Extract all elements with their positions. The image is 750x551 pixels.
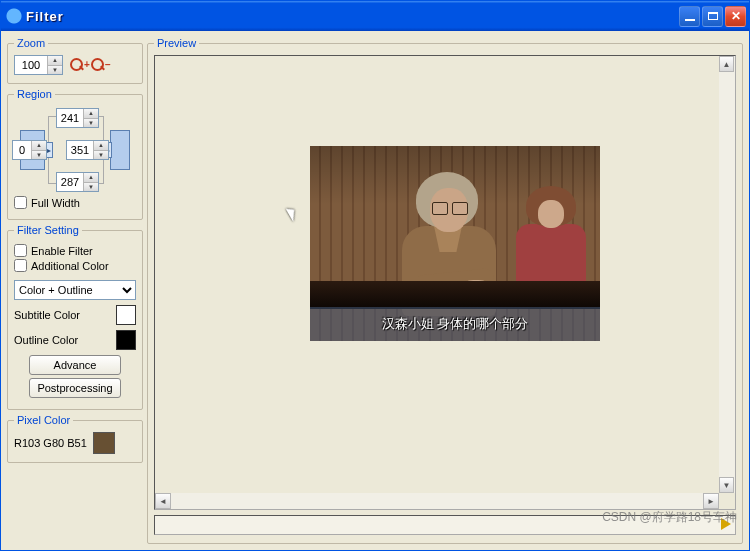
scroll-down-icon[interactable]: ▼	[719, 477, 734, 493]
additional-color-checkbox[interactable]	[14, 259, 27, 272]
close-button[interactable]: ✕	[725, 6, 746, 27]
region-bottom-input[interactable]	[57, 173, 83, 191]
spin-down-icon[interactable]: ▼	[47, 66, 62, 75]
app-icon	[6, 8, 22, 24]
scroll-left-icon[interactable]: ◄	[155, 493, 171, 509]
region-left-input[interactable]	[13, 141, 31, 159]
pixel-color-readout: R103 G80 B51	[14, 437, 87, 449]
enable-filter-label: Enable Filter	[31, 245, 93, 257]
client-area: Zoom ▲▼ + − Region ◂▸ ◂▸	[1, 31, 749, 550]
zoom-input[interactable]	[15, 56, 47, 74]
region-right-spinner[interactable]: ▲▼	[66, 140, 109, 160]
frame-desk	[310, 281, 600, 309]
pixel-color-swatch	[93, 432, 115, 454]
full-width-checkbox-row[interactable]: Full Width	[14, 196, 136, 209]
scroll-up-icon[interactable]: ▲	[719, 56, 734, 72]
preview-group: Preview 汉森小姐	[147, 37, 743, 544]
enable-filter-checkbox[interactable]	[14, 244, 27, 257]
zoom-group: Zoom ▲▼ + −	[7, 37, 143, 84]
region-top-input[interactable]	[57, 109, 83, 127]
vertical-scrollbar[interactable]: ▲ ▼	[719, 56, 735, 493]
outline-color-label: Outline Color	[14, 334, 78, 346]
region-left-spinner[interactable]: ▲▼	[12, 140, 47, 160]
region-visualizer[interactable]: ◂▸ ◂▸ ▲▼ ▲▼	[14, 110, 136, 190]
region-group: Region ◂▸ ◂▸ ▲▼	[7, 88, 143, 220]
preview-legend: Preview	[154, 37, 199, 49]
subtitle-color-label: Subtitle Color	[14, 309, 80, 321]
filter-setting-legend: Filter Setting	[14, 224, 82, 236]
subtitle-text: 汉森小姐 身体的哪个部分	[382, 315, 529, 333]
filter-mode-select[interactable]: Color + Outline	[14, 280, 136, 300]
zoom-legend: Zoom	[14, 37, 48, 49]
region-right-pad	[110, 130, 130, 170]
advance-button[interactable]: Advance	[29, 355, 121, 375]
minimize-button[interactable]	[679, 6, 700, 27]
scroll-right-icon[interactable]: ►	[703, 493, 719, 509]
titlebar[interactable]: Filter ✕	[1, 1, 749, 31]
region-right-input[interactable]	[67, 141, 93, 159]
full-width-checkbox[interactable]	[14, 196, 27, 209]
maximize-button[interactable]	[702, 6, 723, 27]
region-legend: Region	[14, 88, 55, 100]
postprocessing-button[interactable]: Postprocessing	[29, 378, 121, 398]
video-frame: 汉森小姐 身体的哪个部分	[310, 146, 600, 341]
window-title: Filter	[26, 9, 679, 24]
region-top-spinner[interactable]: ▲▼	[56, 108, 99, 128]
window-frame: Filter ✕ Zoom ▲▼ + − Region	[0, 0, 750, 551]
subtitle-color-swatch[interactable]	[116, 305, 136, 325]
zoom-in-icon[interactable]: +	[70, 58, 84, 72]
zoom-spinner[interactable]: ▲▼	[14, 55, 63, 75]
watermark-text: CSDN @府学路18号车神	[602, 509, 737, 526]
full-width-label: Full Width	[31, 197, 80, 209]
pixel-color-group: Pixel Color R103 G80 B51	[7, 414, 143, 463]
spin-up-icon[interactable]: ▲	[47, 56, 62, 66]
pixel-color-legend: Pixel Color	[14, 414, 73, 426]
additional-color-row[interactable]: Additional Color	[14, 259, 136, 272]
filter-setting-group: Filter Setting Enable Filter Additional …	[7, 224, 143, 410]
preview-viewport[interactable]: 汉森小姐 身体的哪个部分 ▲ ▼ ◄ ►	[154, 55, 736, 510]
additional-color-label: Additional Color	[31, 260, 109, 272]
region-bottom-spinner[interactable]: ▲▼	[56, 172, 99, 192]
enable-filter-row[interactable]: Enable Filter	[14, 244, 136, 257]
zoom-out-icon[interactable]: −	[91, 58, 105, 72]
outline-color-swatch[interactable]	[116, 330, 136, 350]
left-panel: Zoom ▲▼ + − Region ◂▸ ◂▸	[7, 37, 143, 544]
subtitle-band: 汉森小姐 身体的哪个部分	[310, 307, 600, 341]
cursor-icon	[286, 205, 300, 221]
horizontal-scrollbar[interactable]: ◄ ►	[155, 493, 719, 509]
window-controls: ✕	[679, 6, 746, 27]
right-panel: Preview 汉森小姐	[147, 37, 743, 544]
